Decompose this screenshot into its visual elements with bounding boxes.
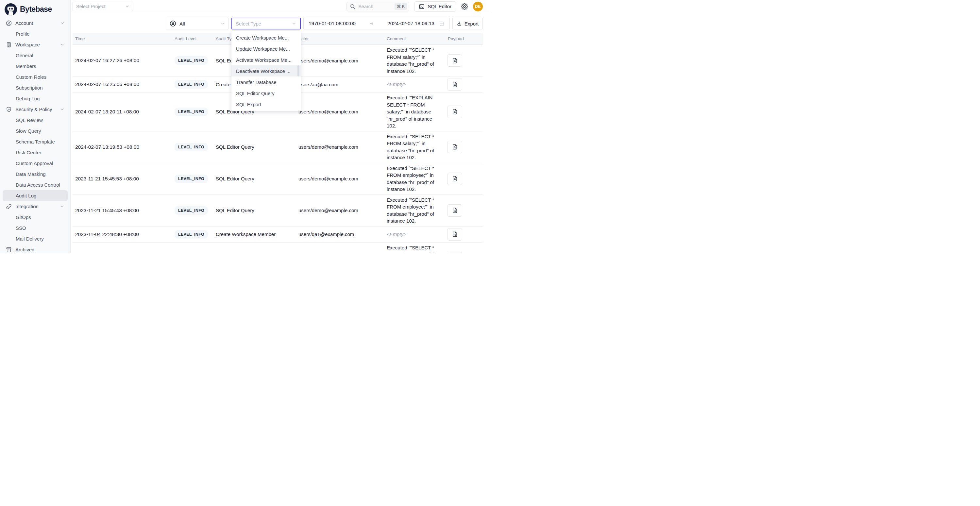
sidebar-item[interactable]: Schema Template — [3, 136, 68, 147]
chevron-down-icon — [60, 21, 65, 25]
sidebar-item[interactable]: Custom Approval — [3, 158, 68, 169]
table-row: 2023-11-04 22:48:30 +08:00 LEVEL_INFO Cr… — [73, 226, 483, 243]
sidebar-item[interactable]: Slow Query — [3, 126, 68, 136]
sidebar-item[interactable]: Integration — [3, 201, 68, 212]
sql-editor-button[interactable]: SQL Editor — [414, 1, 456, 12]
view-payload-button[interactable] — [447, 54, 462, 67]
select-project-dropdown[interactable]: Select Project — [73, 2, 134, 11]
gear-icon[interactable] — [461, 3, 468, 10]
sidebar-item[interactable]: Risk Center — [3, 147, 68, 158]
sidebar-item-label: Data Access Control — [16, 182, 60, 188]
type-menu-item[interactable]: SQL Editor Query — [231, 88, 301, 99]
sidebar-item[interactable]: Audit Log — [3, 190, 68, 201]
view-payload-button[interactable] — [447, 228, 462, 240]
sidebar-item-label: Mail Delivery — [16, 236, 44, 242]
file-search-icon — [452, 175, 458, 182]
type-menu-item[interactable]: Activate Workspace Me... — [231, 54, 301, 65]
archive-icon — [6, 247, 12, 253]
menu-scrollbar-thumb[interactable] — [298, 65, 299, 76]
sidebar-item[interactable]: Debug Log — [3, 93, 68, 104]
type-filter[interactable]: Select Type — [231, 18, 301, 29]
row-time: 2024-02-07 13:19:53 +08:00 — [73, 144, 172, 150]
actor-filter-select[interactable]: All — [166, 18, 229, 29]
sidebar-item[interactable]: Workspace — [3, 39, 68, 50]
main-area: Select Project ⌘ K SQL Editor — [71, 0, 490, 253]
sidebar: Bytebase Account Profile Workspace — [0, 0, 71, 253]
sidebar-item[interactable]: GitOps — [3, 212, 68, 223]
col-payload: Payload — [445, 36, 483, 41]
view-payload-button[interactable] — [447, 78, 462, 91]
sidebar-item-label: Custom Roles — [16, 74, 46, 80]
type-menu-item[interactable]: Update Workspace Me... — [231, 43, 301, 54]
audit-level-badge: LEVEL_INFO — [175, 175, 208, 183]
chevron-down-icon — [60, 107, 65, 112]
type-menu-item[interactable]: Deactivate Workspace ... — [231, 65, 301, 76]
row-actor: users/demo@example.com — [296, 144, 384, 150]
sidebar-item[interactable]: Custom Roles — [3, 72, 68, 83]
file-search-icon — [452, 108, 458, 115]
sidebar-item[interactable]: Subscription — [3, 83, 68, 93]
table-row: 2024-02-07 13:19:53 +08:00 LEVEL_INFO SQ… — [73, 131, 483, 163]
row-time: 2024-02-07 16:27:26 +08:00 — [73, 57, 172, 64]
sidebar-item[interactable]: SSO — [3, 223, 68, 233]
view-payload-button[interactable] — [447, 252, 462, 253]
row-actor: users/aa@aa.com — [296, 82, 384, 87]
sidebar-item-label: Members — [16, 64, 36, 69]
type-filter-placeholder: Select Type — [236, 21, 261, 27]
sidebar-item[interactable]: Data Masking — [3, 169, 68, 180]
chevron-down-icon — [220, 21, 225, 26]
view-payload-button[interactable] — [447, 173, 462, 185]
search-input[interactable] — [358, 3, 385, 10]
sidebar-item-label: Audit Log — [16, 193, 36, 199]
logo: Bytebase — [0, 0, 70, 16]
table-row: 2023-11-04 21:26:24 +08:00 LEVEL_INFO SQ… — [73, 243, 483, 253]
link-icon — [6, 203, 12, 210]
date-range-picker[interactable]: 1970-01-01 08:00:00 2024-02-07 18:09:13 — [303, 18, 450, 29]
row-actor: users/demo@example.com — [296, 208, 384, 213]
row-actor: users/demo@example.com — [296, 176, 384, 181]
arrow-right-icon — [369, 21, 374, 26]
sidebar-item[interactable]: Mail Delivery — [3, 233, 68, 244]
type-menu-item[interactable]: SQL Export — [231, 99, 301, 110]
sidebar-item-label: Account — [15, 20, 33, 26]
sidebar-item[interactable]: Data Access Control — [3, 180, 68, 190]
chevron-down-icon — [60, 42, 65, 47]
avatar[interactable]: DE — [473, 2, 483, 11]
row-comment: <Empty> — [384, 231, 445, 238]
sidebar-item[interactable]: Archived — [3, 244, 68, 253]
date-to-value: 2024-02-07 18:09:13 — [387, 21, 434, 27]
row-actor: users/qa1@example.com — [296, 231, 384, 237]
row-time: 2023-11-04 22:48:30 +08:00 — [73, 231, 172, 237]
type-filter-wrap: Select Type Create Workspace Me... Updat… — [231, 18, 301, 29]
topbar-right: ⌘ K SQL Editor DE — [347, 1, 483, 12]
view-payload-button[interactable] — [447, 141, 462, 153]
sidebar-item[interactable]: Members — [3, 61, 68, 72]
sidebar-item[interactable]: SQL Review — [3, 115, 68, 126]
download-icon — [457, 21, 462, 26]
row-time: 2024-02-07 16:25:56 +08:00 — [73, 81, 172, 87]
sidebar-item-label: Schema Template — [16, 139, 55, 145]
sidebar-item[interactable]: Profile — [3, 29, 68, 39]
row-comment: Executed `"SELECT * FROM employee;"` in … — [384, 196, 445, 224]
row-time: 2023-11-21 15:45:43 +08:00 — [73, 208, 172, 213]
topbar: Select Project ⌘ K SQL Editor — [71, 0, 490, 13]
type-menu-item[interactable]: Transfer Database — [231, 76, 301, 88]
view-payload-button[interactable] — [447, 106, 462, 118]
view-payload-button[interactable] — [447, 204, 462, 217]
sidebar-item[interactable]: Security & Policy — [3, 104, 68, 115]
table-row: 2023-11-21 15:45:53 +08:00 LEVEL_INFO SQ… — [73, 163, 483, 195]
row-comment: Executed `"SELECT * FROM department;"` i… — [384, 244, 445, 253]
row-audit-type: Create Workspace Member — [213, 231, 296, 237]
sidebar-item[interactable]: General — [3, 50, 68, 61]
app-root: Bytebase Account Profile Workspace — [0, 0, 490, 253]
search-shortcut-badge: ⌘ K — [395, 3, 407, 10]
row-actor: users/demo@example.com — [296, 58, 384, 64]
sidebar-item[interactable]: Account — [3, 18, 68, 29]
search-box[interactable]: ⌘ K — [347, 2, 409, 11]
type-menu-item[interactable]: Create Workspace Me... — [231, 32, 301, 43]
export-button[interactable]: Export — [452, 18, 483, 29]
col-comment: Comment — [384, 36, 445, 41]
filter-bar: All Select Type Create Workspace Me... — [71, 13, 490, 29]
sidebar-item-label: Data Masking — [16, 171, 46, 177]
audit-level-badge: LEVEL_INFO — [175, 108, 208, 116]
